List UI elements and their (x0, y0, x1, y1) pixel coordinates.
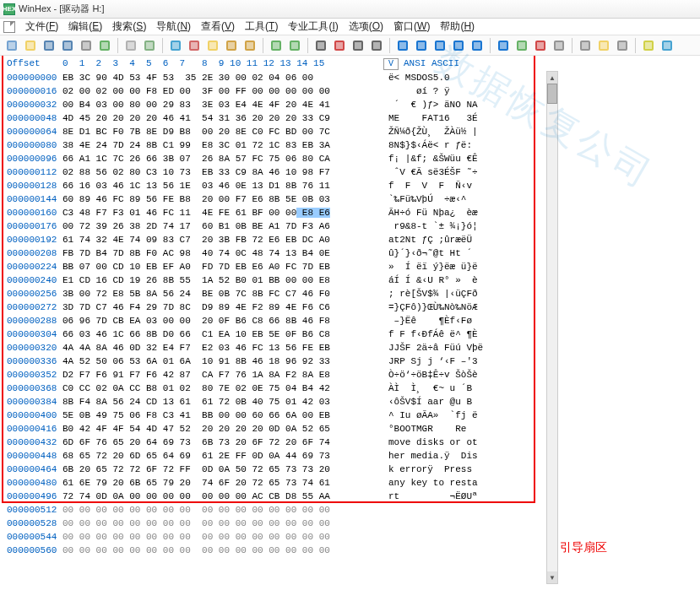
scroll-down-button[interactable]: ▼ (547, 571, 557, 583)
hex-row[interactable]: 000000160C3 48 F7 F3 01 46 FC 11 4E FE 6… (2, 206, 548, 219)
bytes-cell[interactable]: 02 88 56 02 80 C3 10 73 EB 33 C9 8A 46 1… (62, 165, 383, 179)
bytes-cell[interactable]: 66 16 03 46 1C 13 56 1E 03 46 0E 13 D1 8… (62, 179, 383, 192)
open-folder-button[interactable] (22, 37, 39, 54)
play-button[interactable] (532, 37, 549, 54)
gear-green-button[interactable] (513, 37, 530, 54)
binoculars-down-button[interactable] (350, 37, 366, 54)
bytes-cell[interactable]: 00 72 39 26 38 2D 74 17 60 B1 0B BE A1 7… (62, 219, 383, 233)
menu-n[interactable]: 导航(N) (151, 18, 196, 35)
hex-row[interactable]: 0000003364A 52 50 06 53 6A 01 6A 10 91 8… (2, 355, 548, 368)
hex-row[interactable]: 00000014460 89 46 FC 89 56 FE B8 20 00 F… (2, 192, 548, 206)
ascii-cell[interactable]: r9&8-t `± ¾¡}ó¦ (383, 219, 548, 233)
bytes-cell[interactable]: 6B 20 65 72 72 6F 72 FF 0D 0A 50 72 65 7… (62, 463, 383, 476)
bytes-cell[interactable]: 61 6E 79 20 6B 65 79 20 74 6F 20 72 65 7… (62, 476, 383, 490)
ascii-cell[interactable] (383, 544, 548, 557)
bytes-cell[interactable]: 60 89 46 FC 89 56 FE B8 20 00 F7 E6 8B 5… (62, 192, 383, 206)
ascii-cell[interactable]: at2Nt ƒÇ ;ûræëÜ (383, 233, 548, 246)
bytes-cell[interactable]: 6D 6F 76 65 20 64 69 73 6B 73 20 6F 72 2… (62, 436, 383, 449)
paste-button[interactable] (223, 37, 240, 54)
binoculars-red-button[interactable] (331, 37, 348, 54)
ascii-cell[interactable]: JRP Sj j ‘‹F –'3 (383, 355, 548, 368)
hex-row[interactable]: 000000000EB 3C 90 4D 53 4F 53 35 2E 30 0… (2, 71, 548, 84)
bytes-cell[interactable]: 5E 0B 49 75 06 F8 C3 41 BB 00 00 60 66 6… (62, 409, 383, 422)
open-ram-button[interactable] (141, 37, 158, 54)
scroll-thumb[interactable] (547, 84, 557, 104)
ascii-cell[interactable]: ë< MSDOS5.0 (383, 71, 548, 84)
hex-row[interactable]: 00000019261 74 32 4E 74 09 83 C7 20 3B F… (2, 233, 548, 246)
menu-s[interactable]: 搜索(S) (107, 18, 151, 35)
ascii-cell[interactable]: Ò÷ö‘÷öB‡Ê÷v ŠòŠè (383, 368, 548, 382)
save-button[interactable] (41, 37, 57, 54)
bytes-cell[interactable]: 66 03 46 1C 66 8B D0 66 C1 EA 10 EB 5E 0… (62, 328, 383, 341)
info-button[interactable] (659, 37, 676, 54)
hex-row[interactable]: 0000004646B 20 65 72 72 6F 72 FF 0D 0A 5… (2, 463, 548, 476)
hex-row[interactable]: 0000003848B F4 8A 56 24 CD 13 61 61 72 0… (2, 395, 548, 409)
ascii-cell[interactable]: ME FAT16 3É (383, 111, 548, 125)
properties-button[interactable] (96, 37, 113, 54)
bytes-cell[interactable]: EB 3C 90 4D 53 4F 53 35 2E 30 00 02 04 0… (62, 71, 383, 84)
bytes-cell[interactable]: 00 00 00 00 00 00 00 00 00 00 00 00 00 0… (62, 544, 383, 557)
ascii-cell[interactable]: øí ? ÿ (383, 84, 548, 98)
goto-start-button[interactable] (394, 37, 411, 54)
bytes-cell[interactable]: B0 42 4F 4F 54 4D 47 52 20 20 20 20 0D 0… (62, 422, 383, 436)
vertical-scrollbar[interactable]: ▲ ▼ (546, 71, 558, 584)
hex-row[interactable]: 000000240E1 CD 16 CD 19 26 8B 55 1A 52 B… (2, 273, 548, 287)
hex-row[interactable]: 00000012866 16 03 46 1C 13 56 1E 03 46 0… (2, 179, 548, 192)
hex-row[interactable]: 00000052800 00 00 00 00 00 00 00 00 00 0… (2, 517, 548, 530)
hex-row[interactable]: 00000011202 88 56 02 80 C3 10 73 EB 33 C… (2, 165, 548, 179)
bytes-cell[interactable]: 4D 45 20 20 20 20 46 41 54 31 36 20 20 2… (62, 111, 383, 125)
search-magnifier-button[interactable] (577, 37, 594, 54)
bytes-cell[interactable]: 8E D1 BC F0 7B 8E D9 B8 00 20 8E C0 FC B… (62, 125, 383, 138)
ascii-cell[interactable]: °BOOTMGR Re (383, 422, 548, 436)
undo-button[interactable] (167, 37, 184, 54)
ascii-cell[interactable]: 8N$}$‹Áë< r ƒë: (383, 138, 548, 152)
bytes-cell[interactable]: FB 7D B4 7D 8B F0 AC 98 40 74 0C 48 74 1… (62, 246, 383, 260)
bytes-cell[interactable]: 4A 52 50 06 53 6A 01 6A 10 91 8B 46 18 9… (62, 355, 383, 368)
ascii-cell[interactable]: ÀÌ Ì¸ €~ u ´B (383, 382, 548, 395)
bytes-cell[interactable]: C0 CC 02 0A CC B8 01 02 80 7E 02 0E 75 0… (62, 382, 383, 395)
hex-row[interactable]: 00000001602 00 02 00 00 F8 ED 00 3F 00 F… (2, 84, 548, 98)
menu-f[interactable]: 文件(F) (20, 18, 63, 35)
ascii-cell[interactable]: ‹ôŠV$Í aar @u B (383, 395, 548, 409)
arrow-right-button[interactable] (431, 37, 448, 54)
eject-button[interactable] (551, 37, 567, 54)
hex-row[interactable]: 00000054400 00 00 00 00 00 00 00 00 00 0… (2, 530, 548, 544)
calculator-button[interactable] (614, 37, 631, 54)
menu-i[interactable]: 专业工具(I) (283, 18, 343, 35)
hex-row[interactable]: 000000224BB 07 00 CD 10 EB EF A0 FD 7D E… (2, 260, 548, 273)
cut-button[interactable] (186, 37, 203, 54)
hex-row[interactable]: 00000028806 96 7D CB EA 03 00 00 20 0F B… (2, 314, 548, 328)
menu-e[interactable]: 编辑(E) (63, 18, 107, 35)
hex-row[interactable]: 00000051200 00 00 00 00 00 00 00 00 00 0… (2, 503, 548, 517)
goto-prev-button[interactable] (413, 37, 430, 54)
bytes-cell[interactable]: C3 48 F7 F3 01 46 FC 11 4E FE 61 BF 00 0… (62, 206, 383, 219)
ascii-cell[interactable]: f¡ |&f; &ŠWüu €Ê (383, 152, 548, 165)
ascii-cell[interactable]: f F f‹ÐfÁê ë^ ¶È (383, 328, 548, 341)
hex-row[interactable]: 0000002723D 7D C7 46 F4 29 7D 8C D9 89 4… (2, 300, 548, 314)
bytes-cell[interactable]: 66 A1 1C 7C 26 66 3B 07 26 8A 57 FC 75 0… (62, 152, 383, 165)
hex-row[interactable]: 000000368C0 CC 02 0A CC B8 01 02 80 7E 0… (2, 382, 548, 395)
ascii-cell[interactable]: ˆV €Ã së3ÉŠF ˜÷ (383, 165, 548, 179)
hex-row[interactable]: 00000049672 74 0D 0A 00 00 00 00 00 00 0… (2, 490, 548, 503)
scroll-track[interactable] (547, 84, 557, 571)
ascii-cell[interactable]: » Í ëï ý}ëæ ü}ë (383, 260, 548, 273)
hex-row[interactable]: 000000416B0 42 4F 4F 54 4D 47 52 20 20 2… (2, 422, 548, 436)
ascii-cell[interactable]: f F V F Ñ‹v (383, 179, 548, 192)
bytes-cell[interactable]: 00 00 00 00 00 00 00 00 00 00 00 00 00 0… (62, 530, 383, 544)
menu-v[interactable]: 查看(V) (196, 18, 240, 35)
ascii-cell[interactable]: rt ¬ËØUª (383, 490, 548, 503)
hex-row[interactable]: 00000056000 00 00 00 00 00 00 00 00 00 0… (2, 544, 548, 557)
hex-row[interactable]: 0000002563B 00 72 E8 5B 8A 56 24 BE 0B 7… (2, 287, 548, 300)
ascii-cell[interactable]: `‰Fü‰VþÚ ÷æ‹^ (383, 192, 548, 206)
cogs-button[interactable] (640, 37, 657, 54)
ascii-cell[interactable]: JJŠF 2ä÷â Füú Vþë (383, 341, 548, 355)
bytes-cell[interactable]: 61 74 32 4E 74 09 83 C7 20 3B FB 72 E6 E… (62, 233, 383, 246)
hex-row[interactable]: 000000208FB 7D B4 7D 8B F0 AC 98 40 74 0… (2, 246, 548, 260)
camera-button[interactable] (595, 37, 612, 54)
print-button[interactable] (78, 37, 95, 54)
bytes-cell[interactable]: E1 CD 16 CD 19 26 8B 55 1A 52 B0 01 BB 0… (62, 273, 383, 287)
goto-next-button[interactable] (450, 37, 467, 54)
hex-row[interactable]: 00000017600 72 39 26 38 2D 74 17 60 B1 0… (2, 219, 548, 233)
ascii-cell[interactable] (383, 530, 548, 544)
open-disk-button[interactable] (122, 37, 139, 54)
